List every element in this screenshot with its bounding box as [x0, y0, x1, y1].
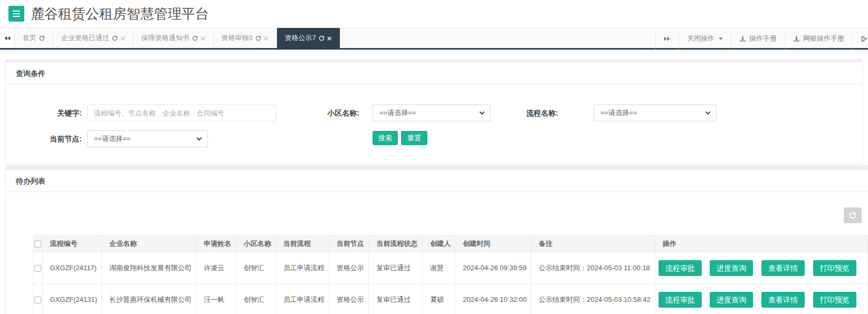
chevron-down-icon	[480, 110, 485, 115]
col-header: 申请姓名	[204, 240, 231, 248]
cell-created: 2024-04-26 09:39:59	[455, 252, 531, 284]
cell-node: 资格公示	[329, 252, 369, 284]
chevron-down-icon	[197, 136, 202, 141]
refresh-icon	[849, 212, 856, 219]
page-title: 麓谷租赁公租房智慧管理平台	[31, 5, 209, 23]
col-header: 创建人	[430, 240, 451, 248]
action-approve-button[interactable]: 流程审批	[659, 292, 702, 308]
tab-label: 保障资格通知书	[141, 33, 189, 43]
cell-company: 长沙普惠环保机械有限公司	[102, 284, 196, 314]
process-name-select[interactable]: ==请选择==	[594, 104, 717, 121]
current-node-label: 当前节点:	[22, 130, 82, 147]
action-print-button[interactable]: 打印预览	[813, 260, 856, 276]
cell-creator: 谢慧	[423, 252, 455, 284]
close-icon[interactable]: ×	[327, 35, 332, 41]
download-icon	[739, 35, 746, 42]
cell-company: 湖南俊翔科技发展有限公司	[102, 252, 196, 284]
close-icon[interactable]: ×	[120, 35, 125, 41]
reset-button[interactable]: 重置	[401, 131, 427, 145]
col-header: 创建时间	[463, 240, 490, 248]
refresh-icon[interactable]	[112, 35, 118, 41]
process-name-label: 流程名称:	[495, 104, 558, 121]
app-header: 麓谷租赁公租房智慧管理平台	[0, 0, 868, 27]
download-icon	[793, 35, 800, 42]
operation-manual-link[interactable]: 操作手册	[731, 28, 785, 49]
action-detail-button[interactable]: 查看详情	[761, 292, 805, 308]
table-header-row: 流程编号 企业名称 申请姓名 小区名称 当前流程 当前节点 当前流程状态 创建人…	[34, 235, 868, 252]
query-panel-title: 查询条件	[6, 62, 862, 84]
tab-label: 企业资格已通过	[61, 33, 109, 43]
col-header: 当前节点	[337, 240, 364, 248]
tab-qualification-publicity[interactable]: 资格公示7 ×	[277, 28, 340, 48]
refresh-table-button[interactable]	[844, 207, 862, 223]
col-header: 流程编号	[50, 240, 78, 248]
close-icon[interactable]: ×	[264, 35, 269, 41]
action-progress-button[interactable]: 进度查询	[710, 260, 753, 276]
action-progress-button[interactable]: 进度查询	[710, 292, 753, 308]
tab-home[interactable]: 首页	[15, 28, 53, 48]
col-header: 企业名称	[109, 240, 137, 248]
action-detail-button[interactable]: 查看详情	[761, 260, 805, 276]
tab-qualification-review[interactable]: 资格审核0 ×	[214, 28, 277, 48]
table-row: GXGZF(24131) 长沙普惠环保机械有限公司 汪一帆 创智汇 员工申请流程…	[34, 284, 868, 314]
col-header: 当前流程状态	[376, 240, 417, 248]
cell-applicant: 许凌云	[196, 252, 236, 284]
action-print-button[interactable]: 打印预览	[813, 292, 856, 308]
col-header: 操作	[663, 240, 676, 248]
cell-process: 员工申请流程	[275, 252, 329, 284]
select-all-checkbox[interactable]	[34, 241, 41, 248]
refresh-icon[interactable]	[319, 35, 325, 41]
community-label: 小区名称:	[296, 104, 359, 121]
refresh-icon[interactable]	[192, 35, 198, 41]
cell-remark: 公示结束时间：2024-05-03 10:58:42	[531, 284, 655, 314]
todo-panel-title: 待办列表	[6, 170, 868, 192]
todo-panel: 待办列表 流程编号 企业名称 申请姓名 小区名称 当前流程 当前节点 当前流程状…	[5, 165, 868, 314]
caret-down-icon	[719, 37, 723, 40]
scroll-left-icon[interactable]	[0, 28, 15, 48]
bank-manual-link[interactable]: 网银操作手册	[785, 28, 852, 49]
refresh-icon[interactable]	[255, 35, 261, 41]
cell-community: 创智汇	[236, 252, 275, 284]
query-panel: 查询条件 关键字: 小区名称: ==请选择== 流程名称: ==请选择== 当前…	[5, 59, 863, 164]
refresh-icon[interactable]	[39, 35, 45, 41]
close-icon[interactable]: ×	[201, 35, 205, 41]
menu-icon[interactable]	[8, 6, 24, 22]
cell-process: 员工申请流程	[275, 284, 329, 314]
current-node-select[interactable]: ==请选择==	[87, 130, 208, 147]
row-checkbox[interactable]	[34, 297, 41, 303]
cell-process-code: GXGZF(24117)	[42, 252, 102, 284]
chevron-down-icon	[705, 110, 711, 115]
close-operations-menu[interactable]: 关闭操作	[679, 28, 731, 49]
cell-process-code: GXGZF(24131)	[42, 284, 102, 314]
col-header: 当前流程	[283, 240, 311, 248]
scroll-right-icon[interactable]	[655, 28, 679, 49]
tab-guarantee-notice[interactable]: 保障资格通知书 ×	[133, 28, 214, 48]
todo-table: 流程编号 企业名称 申请姓名 小区名称 当前流程 当前节点 当前流程状态 创建人…	[33, 235, 868, 314]
tab-label: 资格审核0	[222, 33, 253, 43]
cell-status: 复审已通过	[369, 284, 423, 314]
tab-bar: 首页 企业资格已通过 × 保障资格通知书 × 资格审核0 × 资格公示7 × 关…	[0, 27, 868, 50]
cell-created: 2024-04-26 10:32:00	[455, 284, 531, 314]
keyword-label: 关键字:	[22, 104, 82, 121]
tab-label: 资格公示7	[285, 33, 316, 43]
cell-node: 资格公示	[329, 284, 369, 314]
sign-out-icon[interactable]	[852, 28, 868, 49]
col-header: 小区名称	[244, 240, 271, 248]
cell-status: 复审已通过	[369, 252, 423, 284]
tab-controls: 关闭操作 操作手册 网银操作手册	[655, 28, 868, 49]
keyword-input[interactable]	[87, 104, 276, 121]
tab-label: 首页	[23, 33, 36, 43]
col-header: 备注	[539, 240, 552, 248]
search-button[interactable]: 搜索	[373, 131, 398, 145]
cell-creator: 夏硕	[423, 284, 455, 314]
community-select[interactable]: ==请选择==	[373, 104, 491, 121]
action-approve-button[interactable]: 流程审批	[659, 260, 702, 276]
table-row: GXGZF(24117) 湖南俊翔科技发展有限公司 许凌云 创智汇 员工申请流程…	[34, 252, 868, 284]
cell-remark: 公示结束时间：2024-05-03 11:00:18	[531, 252, 655, 284]
row-checkbox[interactable]	[34, 265, 41, 272]
cell-applicant: 汪一帆	[196, 284, 236, 314]
cell-community: 创智汇	[236, 284, 275, 314]
tab-enterprise-qualified[interactable]: 企业资格已通过 ×	[53, 28, 133, 48]
